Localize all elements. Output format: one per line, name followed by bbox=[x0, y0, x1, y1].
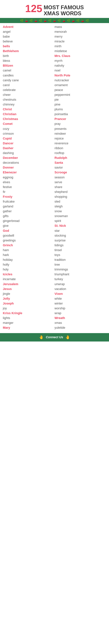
left-word-item: greetings bbox=[3, 238, 54, 243]
header-number: 125 bbox=[25, 4, 42, 14]
right-word-item: reverence bbox=[54, 141, 106, 146]
right-word-item: sleigh bbox=[54, 204, 106, 209]
left-word-item: Frosty bbox=[3, 194, 54, 199]
left-word-item: Dancer bbox=[3, 141, 54, 146]
right-word-item: St. Nick bbox=[54, 223, 106, 228]
left-word-item: Dasher bbox=[3, 146, 54, 150]
right-word-item: Wreath bbox=[54, 316, 106, 320]
footer-icon-left: 🤚 bbox=[39, 335, 44, 340]
right-word-item: stocking bbox=[54, 233, 106, 238]
words-section: AdventangelbabebelievebellsBethlehembirt… bbox=[0, 23, 109, 333]
left-word-item: Icicles bbox=[3, 272, 54, 277]
right-word-item: Rudolph bbox=[54, 156, 106, 160]
left-word-item: Jolly bbox=[3, 296, 54, 301]
right-word-item: nativity bbox=[54, 63, 106, 68]
holly-icon-11: 🌿 bbox=[67, 19, 70, 22]
left-word-item: dashing bbox=[3, 150, 54, 156]
left-word-item: goodwill bbox=[3, 233, 54, 238]
right-word-item: triumphant bbox=[54, 272, 106, 277]
left-word-item: crimson bbox=[3, 131, 54, 136]
left-word-item: Ebenezer bbox=[3, 170, 54, 175]
right-word-item: yuletide bbox=[54, 325, 106, 330]
left-word-item: Mary bbox=[3, 325, 54, 330]
page-container: 125 MOST FAMOUS XMAS WORDS 🌿 🍒 🌿 🍒 🌿 🍒 🌿… bbox=[0, 0, 109, 342]
left-word-item: holy bbox=[3, 267, 54, 272]
header-line1: MOST FAMOUS bbox=[44, 4, 84, 10]
footer: 🤚 Connect Us 🤚 bbox=[0, 333, 109, 342]
left-word-item: fir bbox=[3, 190, 54, 194]
holly-icon-12: 🍒 bbox=[72, 19, 75, 22]
left-word-item: gingerbread bbox=[3, 218, 54, 223]
left-word-item: December bbox=[3, 156, 54, 160]
holly-icon-15: 🌿 bbox=[86, 19, 89, 22]
holly-icon-13: 🌿 bbox=[76, 19, 80, 22]
holly-icon-1: 🌿 bbox=[20, 19, 23, 22]
holly-icon-6: 🍒 bbox=[43, 19, 47, 22]
left-word-item: hark bbox=[3, 252, 54, 257]
left-word-item: Kriss Kringle bbox=[3, 311, 54, 316]
left-word-item: Christmas bbox=[3, 116, 54, 122]
left-word-item: Blitzen bbox=[3, 63, 54, 68]
right-word-item: ornament bbox=[54, 83, 106, 88]
right-word-item: tree bbox=[54, 262, 106, 267]
left-word-item: babe bbox=[3, 34, 54, 39]
holly-icon-9: 🌿 bbox=[57, 19, 61, 22]
right-word-item: share bbox=[54, 185, 106, 190]
right-word-item: menorah bbox=[54, 29, 106, 34]
right-word-item: shepherd bbox=[54, 190, 106, 194]
right-word-item: miracle bbox=[54, 39, 106, 44]
holly-icon-5: 🌿 bbox=[39, 19, 42, 22]
left-word-item: Grinch bbox=[3, 243, 54, 248]
right-word-item: pie bbox=[54, 97, 106, 102]
left-word-item: chimney bbox=[3, 102, 54, 107]
right-word-item: North Pole bbox=[54, 73, 106, 78]
right-word-item: rejoice bbox=[54, 136, 106, 141]
right-word-item: xmas bbox=[54, 320, 106, 325]
left-word-item: Advent bbox=[3, 24, 54, 29]
holly-icon-3: 🌿 bbox=[29, 19, 33, 22]
right-word-item: Mrs. Claus bbox=[54, 54, 106, 58]
left-word-item: lights bbox=[3, 316, 54, 320]
right-word-item: mirth bbox=[54, 44, 106, 49]
right-word-item: mistletoe bbox=[54, 49, 106, 54]
left-word-item: ham bbox=[3, 248, 54, 252]
right-word-item: Prancer bbox=[54, 116, 106, 122]
header-line2: XMAS WORDS bbox=[44, 10, 84, 16]
right-word-item: merry bbox=[54, 34, 106, 39]
holly-icon-4: 🍒 bbox=[34, 19, 38, 22]
right-word-item: unwrap bbox=[54, 282, 106, 286]
right-word-item: snow bbox=[54, 209, 106, 214]
right-word-item: rooftop bbox=[54, 150, 106, 156]
right-word-item: trimmings bbox=[54, 267, 106, 272]
left-word-item: candles bbox=[3, 73, 54, 78]
right-word-item: surprise bbox=[54, 238, 106, 243]
right-word-item: ribbon bbox=[54, 146, 106, 150]
right-word-item: presents bbox=[54, 126, 106, 131]
left-word-item: carol bbox=[3, 83, 54, 88]
left-word-item: camel bbox=[3, 68, 54, 73]
right-word-item: peppermint bbox=[54, 92, 106, 97]
footer-label: Connect Us bbox=[46, 336, 63, 339]
left-word-item: angel bbox=[3, 29, 54, 34]
right-word-item: worship bbox=[54, 306, 106, 311]
right-word-item: sled bbox=[54, 199, 106, 204]
right-word-item: star bbox=[54, 228, 106, 233]
right-word-item: snowman bbox=[54, 214, 106, 218]
right-word-item: nutcracker bbox=[54, 78, 106, 83]
right-word-item: white bbox=[54, 296, 106, 301]
right-word-item: pray bbox=[54, 122, 106, 126]
left-word-item: chestnuts bbox=[3, 97, 54, 102]
holly-bar: 🌿 🍒 🌿 🍒 🌿 🍒 🌿 🍒 🌿 🍒 🌿 🍒 🌿 🍒 🌿 bbox=[0, 18, 109, 23]
left-word-item: manger bbox=[3, 320, 54, 325]
right-word-item: mass bbox=[54, 24, 106, 29]
right-word-item: spirit bbox=[54, 218, 106, 223]
left-word-item: fruitcake bbox=[3, 199, 54, 204]
right-word-item: turkey bbox=[54, 277, 106, 282]
holly-icon-8: 🍒 bbox=[53, 19, 56, 22]
right-column: massmenorahmerrymiraclemirthmistletoeMrs… bbox=[54, 24, 106, 330]
left-word-item: believe bbox=[3, 39, 54, 44]
right-word-item: peace bbox=[54, 88, 106, 92]
right-word-item: plums bbox=[54, 107, 106, 112]
right-word-item: Vixen bbox=[54, 292, 106, 296]
left-word-item: Comet bbox=[3, 122, 54, 126]
